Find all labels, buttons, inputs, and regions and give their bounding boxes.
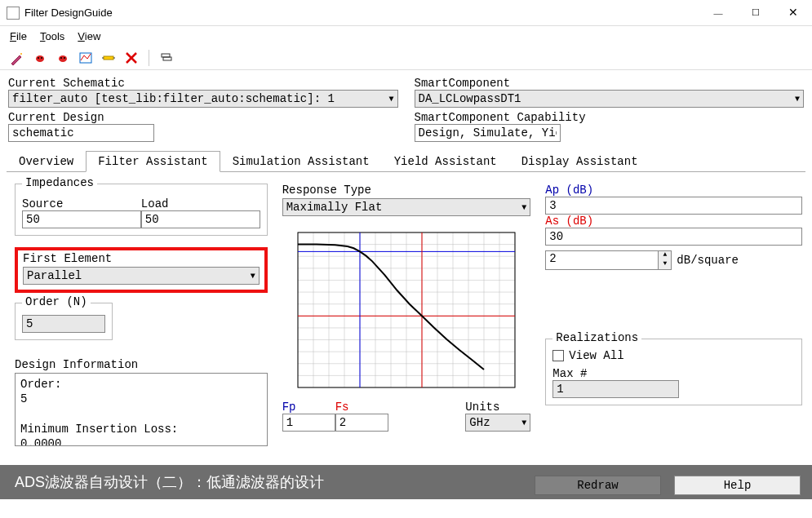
center-column: Response Type Maximally Flat ▼ Fp Fs Uni… (282, 184, 531, 446)
bug-icon-1[interactable] (31, 49, 49, 67)
as-input[interactable] (545, 228, 802, 246)
wand-icon[interactable] (8, 49, 26, 67)
svg-rect-8 (104, 56, 113, 60)
tab-overview[interactable]: Overview (7, 151, 86, 172)
load-label: Load (141, 197, 260, 210)
first-element-select[interactable]: Parallel ▼ (23, 267, 260, 285)
smartcomponent-cap-label: SmartComponent Capability (415, 111, 805, 124)
spinner-down-icon[interactable]: ▼ (659, 260, 671, 269)
svg-point-2 (38, 57, 39, 59)
content: Impedances Source Load First Element Par… (0, 172, 812, 446)
max-input[interactable] (552, 380, 679, 398)
svg-point-1 (36, 55, 44, 62)
smartcomponent-label: SmartComponent (415, 77, 805, 90)
design-info: Design Information Order: 5 Minimum Inse… (15, 358, 268, 446)
view-all-checkbox[interactable] (552, 350, 564, 361)
tab-simulation-assistant[interactable]: Simulation Assistant (220, 151, 382, 172)
chevron-down-icon: ▼ (388, 95, 393, 104)
svg-point-4 (59, 55, 67, 62)
first-element-value: Parallel (27, 269, 82, 282)
response-graph (288, 224, 525, 396)
source-label: Source (22, 197, 141, 210)
smartcomponent-cap-input[interactable] (415, 124, 561, 142)
redraw-button[interactable]: Redraw (535, 476, 661, 495)
max-label: Max # (552, 367, 795, 380)
chevron-down-icon: ▼ (795, 95, 800, 104)
chevron-down-icon: ▼ (521, 203, 526, 212)
menu-tools[interactable]: Tools (35, 29, 69, 44)
bottom-buttons: Redraw Help (535, 476, 801, 495)
db-per-square-spinner[interactable]: 2 ▲ ▼ (545, 250, 672, 270)
current-schematic-value: filter_auto [test_lib:filter_auto:schema… (12, 92, 335, 105)
bug-icon-2[interactable] (54, 49, 72, 67)
db-per-square-value: 2 (546, 251, 658, 269)
menubar: File Tools View (0, 26, 812, 46)
svg-point-3 (41, 57, 42, 59)
tabs: Overview Filter Assistant Simulation Ass… (7, 150, 805, 172)
order-fieldset: Order (N) (15, 303, 113, 340)
view-all-label: View All (569, 349, 623, 362)
impedances-legend: Impedances (22, 176, 97, 189)
first-element-label: First Element (23, 252, 260, 265)
help-button[interactable]: Help (674, 476, 801, 495)
window-title: Filter DesignGuide (24, 7, 699, 19)
frequency-row: Fp Fs Units GHz ▼ (282, 401, 531, 432)
fp-label: Fp (282, 401, 335, 414)
menu-file[interactable]: File (5, 29, 32, 44)
current-schematic-select[interactable]: filter_auto [test_lib:filter_auto:schema… (8, 90, 398, 108)
toolbar (0, 46, 812, 70)
titlebar: Filter DesignGuide — ☐ ✕ (0, 0, 812, 26)
form-area: Current Schematic filter_auto [test_lib:… (0, 70, 812, 142)
current-design-input[interactable] (8, 124, 154, 142)
design-info-label: Design Information (15, 358, 268, 371)
response-type-select[interactable]: Maximally Flat ▼ (282, 198, 531, 216)
response-type-value: Maximally Flat (286, 201, 383, 214)
svg-point-6 (64, 57, 65, 59)
right-column: Ap (dB) As (dB) 2 ▲ ▼ dB/square Realizat… (545, 184, 802, 446)
chevron-down-icon: ▼ (521, 418, 526, 427)
order-legend: Order (N) (22, 295, 91, 308)
source-input[interactable] (22, 210, 141, 228)
units-value: GHz (469, 416, 490, 429)
fs-label: Fs (335, 401, 388, 414)
close-button[interactable]: ✕ (774, 1, 812, 25)
chevron-down-icon: ▼ (251, 272, 255, 281)
db-per-square-row: 2 ▲ ▼ dB/square (545, 250, 802, 270)
realizations-legend: Realizations (552, 331, 641, 344)
units-select[interactable]: GHz ▼ (465, 414, 530, 432)
tab-yield-assistant[interactable]: Yield Assistant (382, 151, 509, 172)
maximize-button[interactable]: ☐ (737, 1, 774, 25)
tab-filter-assistant[interactable]: Filter Assistant (86, 151, 220, 172)
left-column: Impedances Source Load First Element Par… (15, 184, 268, 446)
response-type-label: Response Type (282, 184, 531, 197)
current-schematic-label: Current Schematic (8, 77, 398, 90)
design-info-box[interactable]: Order: 5 Minimum Insertion Loss: 0.0000 (15, 373, 268, 446)
as-label: As (dB) (545, 215, 802, 228)
resistor-icon[interactable] (100, 49, 118, 67)
toolbar-separator (149, 50, 149, 66)
units-label: Units (465, 401, 530, 414)
chart-icon[interactable] (77, 49, 95, 67)
delete-icon[interactable] (122, 49, 140, 67)
tab-display-assistant[interactable]: Display Assistant (509, 151, 650, 172)
minimize-button[interactable]: — (699, 1, 737, 25)
menu-view[interactable]: View (73, 29, 105, 44)
ap-label: Ap (dB) (545, 184, 802, 197)
svg-point-0 (20, 53, 22, 55)
impedances-fieldset: Impedances Source Load (15, 184, 268, 236)
svg-point-5 (60, 57, 62, 59)
fs-input[interactable] (335, 414, 388, 432)
layers-icon[interactable] (158, 49, 175, 67)
ap-input[interactable] (545, 197, 802, 215)
svg-rect-11 (162, 54, 170, 57)
smartcomponent-select[interactable]: DA_LCLowpassDT1 ▼ (415, 90, 805, 108)
realizations-fieldset: Realizations View All Max # (545, 339, 802, 405)
db-per-square-unit: dB/square (677, 254, 739, 267)
current-design-label: Current Design (8, 111, 398, 124)
load-input[interactable] (141, 210, 260, 228)
app-icon (7, 7, 20, 20)
svg-rect-12 (163, 57, 171, 60)
smartcomponent-value: DA_LCLowpassDT1 (419, 92, 521, 105)
fp-input[interactable] (282, 414, 335, 432)
order-input[interactable] (22, 315, 105, 333)
